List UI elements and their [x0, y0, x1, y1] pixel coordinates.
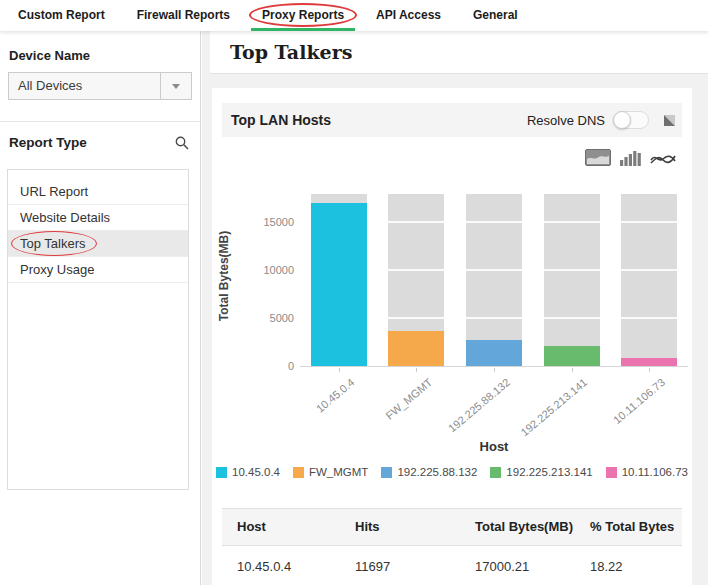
bar-background	[621, 194, 677, 366]
device-select[interactable]: All Devices	[8, 72, 192, 100]
nav-tabs: Custom ReportFirewall ReportsProxy Repor…	[2, 0, 534, 31]
bar-10-45-0-4[interactable]	[311, 203, 367, 366]
device-select-arrow[interactable]	[160, 73, 191, 99]
bar-10-11-106-73[interactable]	[621, 358, 677, 366]
tab-api-access[interactable]: API Access	[360, 0, 457, 31]
bar-group-10-45-0-4	[300, 185, 378, 366]
resolve-dns-label: Resolve DNS	[527, 113, 605, 128]
report-type-list: URL ReportWebsite DetailsTop TalkersProx…	[7, 169, 189, 490]
resolve-dns-toggle[interactable]	[613, 111, 649, 129]
page-title: Top Talkers	[210, 31, 708, 63]
bar-chart: Total Bytes(MB) Host 05000100001500010.4…	[212, 180, 692, 470]
bar-group-192-225-88-132	[455, 185, 533, 366]
bar-192-225-213-141[interactable]	[544, 346, 600, 366]
main-content: Top Talkers Top LAN Hosts Resolve DNS	[202, 31, 708, 585]
chart-type-switcher	[585, 149, 676, 166]
area-chart-icon[interactable]	[585, 149, 611, 166]
tab-general[interactable]: General	[457, 0, 534, 31]
device-select-value: All Devices	[9, 73, 160, 99]
toggle-knob	[613, 111, 631, 129]
chevron-down-icon	[172, 84, 180, 89]
tab-label: Firewall Reports	[137, 8, 230, 22]
top-nav: Custom ReportFirewall ReportsProxy Repor…	[0, 0, 708, 31]
column-header-hits: Hits	[340, 509, 460, 545]
bar-group-10-11-106-73	[610, 185, 688, 366]
column-header-total-bytes: % Total Bytes	[575, 509, 682, 545]
sidebar-item-website-details[interactable]: Website Details	[8, 205, 188, 231]
legend-item-192-225-213-141[interactable]: 192.225.213.141	[490, 466, 592, 478]
legend-swatch	[381, 467, 392, 478]
legend-item-fw-mgmt[interactable]: FW_MGMT	[293, 466, 368, 478]
x-tick-mark	[649, 368, 650, 372]
legend-swatch	[293, 467, 304, 478]
column-header-total-bytes-mb: Total Bytes(MB)	[460, 509, 575, 545]
x-tick-mark	[339, 368, 340, 372]
tab-label: General	[473, 8, 518, 22]
y-axis-title: Total Bytes(MB)	[217, 221, 231, 331]
table-row: 10.45.0.41169717000.2118.22	[222, 546, 682, 585]
search-icon[interactable]	[175, 136, 189, 150]
title-strip: Top Talkers	[210, 31, 708, 74]
sidebar-item-label: Top Talkers	[20, 236, 86, 251]
x-tick-mark	[572, 368, 573, 372]
top-lan-hosts-panel: Top LAN Hosts Resolve DNS	[212, 88, 692, 585]
tab-label: API Access	[376, 8, 441, 22]
panel-header: Top LAN Hosts Resolve DNS	[222, 103, 682, 137]
legend-item-192-225-88-132[interactable]: 192.225.88.132	[381, 466, 477, 478]
x-tick-mark	[494, 368, 495, 372]
bar-group-fw-mgmt	[378, 185, 456, 366]
sidebar-divider	[0, 121, 200, 122]
device-name-label: Device Name	[9, 48, 200, 63]
x-axis-title: Host	[300, 439, 688, 454]
x-tick-label: 192.225.88.132	[445, 376, 511, 434]
host-link[interactable]: 10.45.0.4	[222, 546, 340, 585]
table-header-row: HostHitsTotal Bytes(MB)% Total Bytes	[222, 508, 682, 546]
tab-proxy-reports[interactable]: Proxy Reports	[246, 0, 360, 31]
legend-swatch	[606, 467, 617, 478]
legend-label: 10.11.106.73	[622, 466, 688, 478]
x-tick-label: FW_MGMT	[383, 376, 434, 422]
report-type-header: Report Type	[9, 135, 189, 150]
table-cell: 18.22	[575, 546, 682, 585]
y-tick-label: 0	[252, 360, 294, 372]
sidebar-item-proxy-usage[interactable]: Proxy Usage	[8, 257, 188, 283]
sidebar: Device Name All Devices Report Type URL …	[0, 31, 201, 585]
legend-label: 10.45.0.4	[232, 466, 280, 478]
column-header-host: Host	[222, 509, 340, 545]
legend-item-10-45-0-4[interactable]: 10.45.0.4	[216, 466, 280, 478]
bar-192-225-88-132[interactable]	[466, 340, 522, 366]
legend-swatch	[216, 467, 227, 478]
legend-swatch	[490, 467, 501, 478]
x-tick-label: 10.45.0.4	[314, 376, 357, 415]
y-tick-label: 15000	[252, 216, 294, 228]
y-tick-label: 10000	[252, 264, 294, 276]
expand-icon[interactable]	[664, 115, 675, 126]
legend-item-10-11-106-73[interactable]: 10.11.106.73	[606, 466, 688, 478]
legend-label: 192.225.213.141	[506, 466, 592, 478]
tab-label: Custom Report	[18, 8, 105, 22]
line-chart-icon[interactable]	[650, 150, 676, 166]
sidebar-item-url-report[interactable]: URL Report	[8, 179, 188, 205]
table-body: 10.45.0.41169717000.2118.22	[222, 546, 682, 585]
legend-label: 192.225.88.132	[397, 466, 477, 478]
tab-custom-report[interactable]: Custom Report	[2, 0, 121, 31]
report-type-label: Report Type	[9, 135, 87, 150]
legend-label: FW_MGMT	[309, 466, 368, 478]
results-table: HostHitsTotal Bytes(MB)% Total Bytes 10.…	[222, 508, 682, 585]
x-tick-label: 10.11.106.73	[611, 376, 667, 426]
sidebar-item-label: Proxy Usage	[20, 262, 94, 277]
sidebar-item-label: Website Details	[20, 210, 110, 225]
y-tick-label: 5000	[252, 312, 294, 324]
panel-title: Top LAN Hosts	[222, 112, 527, 128]
bar-group-192-225-213-141	[533, 185, 611, 366]
sidebar-item-top-talkers[interactable]: Top Talkers	[8, 231, 188, 257]
table-cell: 11697	[340, 546, 460, 585]
bar-background	[544, 194, 600, 366]
sidebar-item-label: URL Report	[20, 184, 88, 199]
bar-fw-mgmt[interactable]	[388, 331, 444, 366]
x-tick-label: 192.225.213.141	[518, 376, 589, 438]
bar-chart-icon[interactable]	[620, 149, 641, 166]
tab-firewall-reports[interactable]: Firewall Reports	[121, 0, 246, 31]
chart-legend: 10.45.0.4FW_MGMT192.225.88.132192.225.21…	[212, 466, 692, 478]
tab-label: Proxy Reports	[262, 8, 344, 22]
